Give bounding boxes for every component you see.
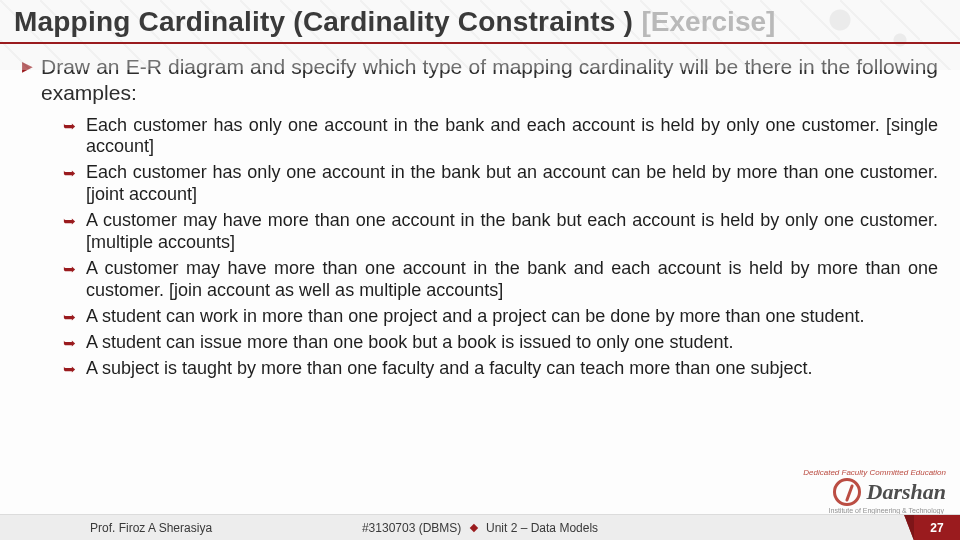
content-area: ▶ Draw an E-R diagram and specify which … [0,44,960,380]
footer-bar: Prof. Firoz A Sherasiya #3130703 (DBMS) … [0,514,960,540]
list-item: ➥ A customer may have more than one acco… [64,210,938,254]
arrow-icon: ➥ [63,118,76,134]
page-number-badge: 27 [904,515,960,541]
arrow-icon: ➥ [63,261,76,277]
item-text: A subject is taught by more than one fac… [86,358,812,380]
institute-logo: Dedicated Faculty Committed Education Da… [833,478,946,506]
item-text: Each customer has only one account in th… [86,115,938,159]
item-text: A customer may have more than one accoun… [86,258,938,302]
list-item: ➥ A customer may have more than one acco… [64,258,938,302]
slide-title-tag: [Exercise] [642,6,776,37]
list-item: ➥ A student can work in more than one pr… [64,306,938,328]
logo-tagline: Dedicated Faculty Committed Education [803,468,946,477]
arrow-icon: ➥ [63,309,76,325]
diamond-icon [469,524,477,532]
arrow-icon: ➥ [63,361,76,377]
title-bar: Mapping Cardinality (Cardinality Constra… [0,0,960,44]
example-list: ➥ Each customer has only one account in … [64,115,938,380]
logo-subtitle: Institute of Engineering & Technology [829,507,944,514]
arrow-icon: ➥ [63,213,76,229]
footer-course: #3130703 (DBMS) [362,521,461,535]
slide-title: Mapping Cardinality (Cardinality Constra… [14,6,633,37]
footer-unit: Unit 2 – Data Models [486,521,598,535]
item-text: A customer may have more than one accoun… [86,210,938,254]
item-text: A student can work in more than one proj… [86,306,865,328]
footer-center: #3130703 (DBMS) Unit 2 – Data Models [362,521,598,535]
list-item: ➥ Each customer has only one account in … [64,162,938,206]
arrow-icon: ➥ [63,335,76,351]
arrow-icon: ➥ [63,165,76,181]
logo-mark-icon [833,478,861,506]
item-text: Each customer has only one account in th… [86,162,938,206]
list-item: ➥ A student can issue more than one book… [64,332,938,354]
footer-author: Prof. Firoz A Sherasiya [90,521,212,535]
page-number: 27 [930,521,943,535]
list-item: ➥ Each customer has only one account in … [64,115,938,159]
logo-wordmark: Darshan [867,479,946,505]
list-item: ➥ A subject is taught by more than one f… [64,358,938,380]
item-text: A student can issue more than one book b… [86,332,733,354]
